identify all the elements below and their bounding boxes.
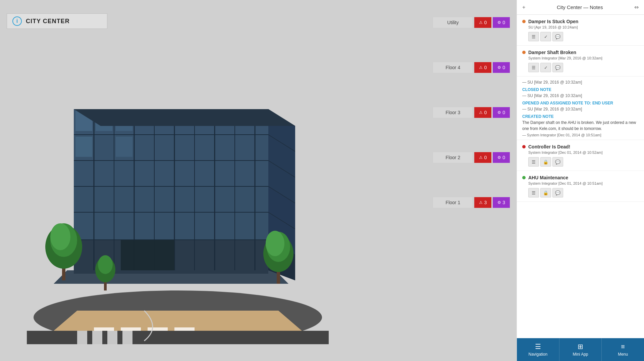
svg-rect-52 [27,331,329,344]
note-item-2: Damper Shaft Broken System Integrator [M… [517,46,644,77]
note-lock-btn-3[interactable]: 🔒 [540,157,551,167]
note-item-4: AHU Maintenance System Integrator [Dec 0… [517,171,644,202]
nav-item-miniapp[interactable]: ⊞ Mini App [559,338,602,361]
info-icon[interactable]: i [12,16,22,26]
note-title-row-2: Damper Shaft Broken [522,50,639,55]
floor-panel-1[interactable]: Floor 1 ⚠ 3 ⚙ 3 [433,197,510,208]
svg-rect-14 [74,187,268,212]
floor-label-2[interactable]: Floor 2 [433,152,473,163]
svg-rect-54 [92,331,102,344]
note-actions-1: ☰ ✓ 💬 [528,32,639,41]
miniapp-label: Mini App [573,352,588,357]
note-actions-2: ☰ ✓ 💬 [528,63,639,72]
svg-rect-55 [107,331,117,344]
note-title-row-4: AHU Maintenance [522,175,639,180]
note-list-btn-2[interactable]: ☰ [528,63,539,72]
floor-panel-4[interactable]: Floor 4 ⚠ 0 ⚙ 0 [433,62,510,73]
note-lock-btn-4[interactable]: 🔒 [540,188,551,197]
menu-label: Menu [618,352,628,357]
svg-marker-39 [74,109,295,126]
building-view: i CITY CENTER [0,0,517,361]
note-detail-text-1: The Damper shaft on the AHU is broken. W… [522,120,639,132]
note-subtitle-2: System Integrator [Mar 29, 2016 @ 10:32a… [528,56,639,60]
note-subtitle-1: SU [Apr 19, 2016 @ 10:24am] [528,25,639,29]
building-3d-visual [27,76,329,344]
floor-panel-3[interactable]: Floor 3 ⚠ 0 ⚙ 0 [433,107,510,118]
svg-rect-53 [77,331,87,344]
note-dot-4 [522,176,526,179]
note-actions-4: ☰ 🔒 💬 [528,188,639,197]
panel-header: + City Center — Notes ⇔ [517,0,644,15]
note-title-4: AHU Maintenance [528,175,568,180]
floor-alert-badge-3[interactable]: ⚠ 0 [474,107,491,118]
note-dot-1 [522,20,526,23]
floor-label-utility[interactable]: Utility [433,17,473,28]
svg-point-43 [50,223,70,250]
note-detail-label-1: CLOSED NOTE [522,87,639,92]
floor-settings-badge-3[interactable]: ⚙ 0 [493,107,510,118]
menu-icon: ≡ [621,343,625,351]
floor-alert-badge-4[interactable]: ⚠ 0 [474,62,491,73]
svg-rect-16 [74,213,268,239]
add-icon[interactable]: + [522,4,525,10]
svg-rect-32 [116,137,132,157]
note-detail-label-3: CREATED NOTE [522,114,639,119]
note-detail-line-3: — SU [Mar 29, 2016 @ 10:32am] [522,106,639,112]
svg-rect-12 [74,161,268,186]
notes-panel: + City Center — Notes ⇔ Damper Is Stuck … [517,0,644,361]
svg-rect-31 [75,137,92,157]
note-list-btn-4[interactable]: ☰ [528,188,539,197]
notes-list: Damper Is Stuck Open SU [Apr 19, 2016 @ … [517,15,644,338]
panel-title: City Center — Notes [557,4,603,10]
note-item-1: Damper Is Stuck Open SU [Apr 19, 2016 @ … [517,15,644,46]
floor-panel-2[interactable]: Floor 2 ⚠ 0 ⚙ 0 [433,152,510,163]
note-check-btn-1[interactable]: ✓ [540,32,551,41]
note-title-2: Damper Shaft Broken [528,50,576,55]
svg-rect-56 [122,331,132,344]
floor-settings-badge-2[interactable]: ⚙ 0 [493,152,510,163]
floor-settings-badge-1[interactable]: ⚙ 3 [493,197,510,208]
floor-alert-badge-2[interactable]: ⚠ 0 [474,152,491,163]
svg-rect-51 [121,240,174,270]
svg-rect-13 [74,186,268,187]
note-title-1: Damper Is Stuck Open [528,19,578,24]
note-detail-author-1: — System Integrator [Dec 01, 2014 @ 10:5… [522,133,639,137]
note-subtitle-4: System Integrator [Dec 01, 2014 @ 10:51a… [528,181,639,185]
floor-settings-badge-4[interactable]: ⚙ 0 [493,62,510,73]
nav-item-menu[interactable]: ≡ Menu [602,338,644,361]
floor-panel-utility[interactable]: Utility ⚠ 0 ⚙ 0 [433,17,510,28]
note-list-btn-1[interactable]: ☰ [528,32,539,41]
floor-alert-badge-utility[interactable]: ⚠ 0 [474,17,491,28]
svg-point-50 [98,255,113,274]
note-title-row-1: Damper Is Stuck Open [522,19,639,24]
note-list-btn-3[interactable]: ☰ [528,157,539,167]
note-subtitle-3: System Integrator [Dec 01, 2014 @ 10:52a… [528,150,639,154]
floor-label-1[interactable]: Floor 1 [433,197,473,208]
note-dot-2 [522,51,526,54]
svg-rect-9 [74,134,268,135]
floor-settings-badge-utility[interactable]: ⚙ 0 [493,17,510,28]
expand-icon[interactable]: ⇔ [634,4,639,10]
note-comment-btn-1[interactable]: 💬 [552,32,563,41]
note-detail-2: — SU [Mar 29, 2016 @ 10:32am] CLOSED NOT… [517,77,644,140]
svg-rect-11 [74,160,268,161]
note-item-3: Controller Is Dead! System Integrator [D… [517,140,644,171]
floor-label-4[interactable]: Floor 4 [433,62,473,73]
nav-item-navigation[interactable]: ☰ Navigation [517,338,559,361]
note-comment-btn-3[interactable]: 💬 [552,157,563,167]
miniapp-icon: ⊞ [578,343,583,351]
svg-rect-10 [74,135,268,160]
floor-alert-badge-1[interactable]: ⚠ 3 [474,197,491,208]
note-actions-3: ☰ 🔒 💬 [528,157,639,167]
navigation-icon: ☰ [535,343,541,351]
floor-label-3[interactable]: Floor 3 [433,107,473,118]
note-dot-3 [522,145,526,148]
note-check-btn-2[interactable]: ✓ [540,63,551,72]
note-detail-label-2: OPENED AND ASSIGNED NOTE TO: END USER [522,101,639,105]
floor-panels: Utility ⚠ 0 ⚙ 0 Floor 4 ⚠ 0 ⚙ 0 [433,17,510,208]
building-label[interactable]: i CITY CENTER [7,13,107,29]
note-comment-btn-2[interactable]: 💬 [552,63,563,72]
note-comment-btn-4[interactable]: 💬 [552,188,563,197]
navigation-label: Navigation [528,352,547,357]
svg-point-47 [266,231,284,256]
